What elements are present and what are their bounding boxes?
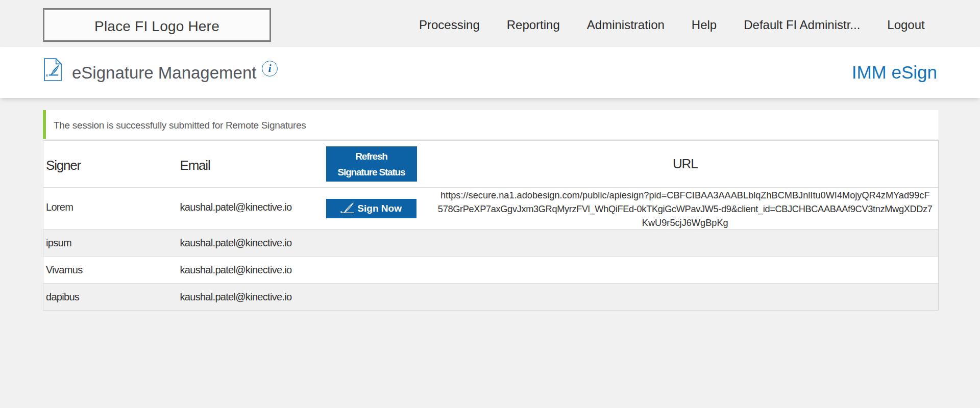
svg-text:x: x [45,73,48,78]
